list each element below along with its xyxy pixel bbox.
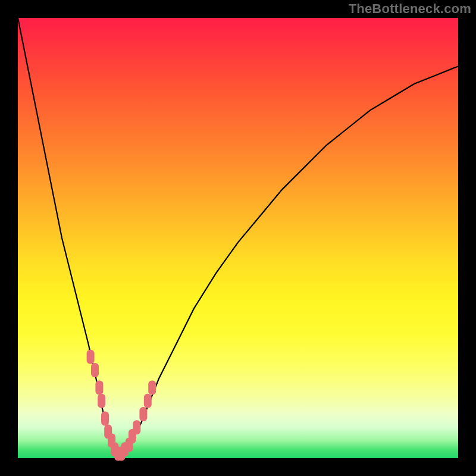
marker-point: [95, 381, 103, 395]
plot-area: [18, 18, 458, 458]
marker-group: [87, 350, 156, 461]
chart-frame: TheBottleneck.com: [0, 0, 476, 476]
marker-point: [98, 394, 105, 408]
bottleneck-curve: [18, 18, 458, 454]
marker-point: [148, 381, 156, 395]
curve-svg: [18, 18, 458, 458]
marker-point: [87, 350, 95, 364]
marker-point: [139, 407, 147, 421]
marker-point: [133, 420, 140, 434]
marker-point: [91, 363, 99, 377]
marker-point: [144, 394, 152, 408]
marker-point: [101, 411, 109, 425]
watermark-text: TheBottleneck.com: [349, 1, 471, 17]
